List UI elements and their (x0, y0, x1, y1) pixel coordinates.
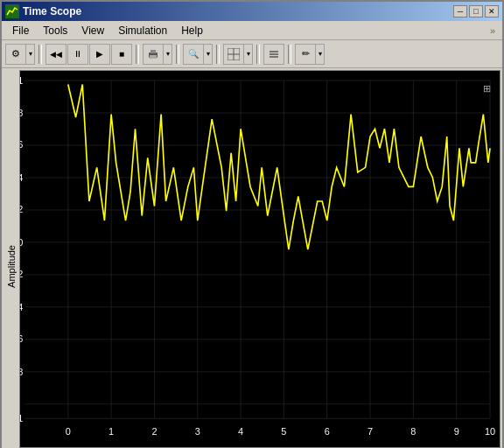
plot-area: Amplitude (2, 68, 502, 448)
menu-bar: File Tools View Simulation Help » (2, 21, 502, 40)
svg-text:9: 9 (454, 426, 459, 437)
svg-text:1: 1 (108, 426, 114, 437)
menu-simulation[interactable]: Simulation (111, 23, 174, 38)
svg-text:-0.2: -0.2 (20, 269, 23, 279)
y-label-container: Amplitude (4, 70, 19, 448)
axes-icon (228, 48, 240, 60)
svg-text:1: 1 (20, 75, 23, 86)
svg-text:0: 0 (20, 237, 23, 248)
rewind-button[interactable]: ◀◀ (46, 44, 66, 65)
svg-text:-0.8: -0.8 (20, 367, 23, 377)
print-button[interactable] (143, 44, 164, 65)
stop-button[interactable]: ■ (111, 44, 132, 65)
y-axis-label: Amplitude (6, 245, 17, 288)
menu-view[interactable]: View (74, 23, 111, 38)
menu-tools[interactable]: Tools (36, 23, 74, 38)
properties-button[interactable] (263, 44, 284, 65)
svg-text:4: 4 (238, 426, 243, 437)
axes-button[interactable] (223, 44, 244, 65)
settings-dropdown-arrow[interactable]: ▾ (26, 44, 35, 65)
axes-dropdown[interactable]: ▾ (223, 44, 253, 65)
play-button[interactable]: ▶ (89, 44, 110, 65)
toolbar-sep-2 (136, 45, 139, 64)
zoom-dropdown[interactable]: 🔍 ▾ (183, 44, 213, 65)
svg-text:0: 0 (66, 426, 71, 437)
chart-container: 1 0.8 0.6 0.4 0.2 0 -0.2 -0.4 -0.6 -0.8 … (19, 70, 500, 448)
properties-icon (268, 48, 280, 60)
zoom-dropdown-arrow[interactable]: ▾ (204, 44, 213, 65)
title-buttons: ─ □ ✕ (453, 5, 499, 18)
menu-arrow: » (210, 25, 499, 36)
svg-text:-1: -1 (20, 413, 23, 424)
toolbar-sep-1 (38, 45, 42, 64)
settings-dropdown[interactable]: ⚙ ▾ (5, 44, 35, 65)
svg-rect-10 (20, 71, 500, 447)
svg-text:2: 2 (151, 426, 157, 437)
maximize-button[interactable]: □ (469, 5, 483, 18)
menu-file[interactable]: File (5, 23, 36, 38)
svg-text:10: 10 (485, 426, 495, 437)
playback-group: ◀◀ ⏸ ▶ ■ (46, 44, 132, 65)
settings-button[interactable]: ⚙ (5, 44, 26, 65)
svg-text:5: 5 (281, 426, 286, 437)
chart-svg: 1 0.8 0.6 0.4 0.2 0 -0.2 -0.4 -0.6 -0.8 … (20, 71, 500, 447)
minimize-button[interactable]: ─ (453, 5, 467, 18)
toolbar-sep-6 (288, 45, 291, 64)
svg-text:0.2: 0.2 (20, 204, 23, 214)
svg-rect-2 (150, 50, 156, 53)
svg-text:⊞: ⊞ (483, 83, 491, 94)
menu-help[interactable]: Help (174, 23, 210, 38)
title-bar-left: Time Scope (5, 4, 81, 18)
close-button[interactable]: ✕ (485, 5, 499, 18)
svg-text:0.8: 0.8 (20, 108, 23, 118)
window-title: Time Scope (23, 5, 81, 18)
svg-text:8: 8 (410, 426, 416, 437)
axes-dropdown-arrow[interactable]: ▾ (244, 44, 253, 65)
title-bar: Time Scope ─ □ ✕ (2, 2, 502, 21)
svg-text:7: 7 (368, 426, 373, 437)
svg-text:-0.4: -0.4 (20, 302, 23, 312)
zoom-button[interactable]: 🔍 (183, 44, 204, 65)
app-icon (5, 4, 19, 18)
toolbar: ⚙ ▾ ◀◀ ⏸ ▶ ■ ▾ 🔍 ▾ (2, 40, 502, 68)
main-window: Time Scope ─ □ ✕ File Tools View Simulat… (0, 0, 504, 448)
edit-button[interactable]: ✏ (295, 44, 316, 65)
toolbar-sep-4 (216, 45, 220, 64)
edit-dropdown[interactable]: ✏ ▾ (295, 44, 325, 65)
svg-text:-0.6: -0.6 (20, 333, 23, 344)
svg-text:6: 6 (325, 426, 330, 437)
svg-text:3: 3 (195, 426, 200, 437)
svg-rect-3 (150, 55, 157, 59)
chart-inner[interactable]: 1 0.8 0.6 0.4 0.2 0 -0.2 -0.4 -0.6 -0.8 … (19, 70, 500, 448)
pause-button[interactable]: ⏸ (67, 44, 88, 65)
print-dropdown-arrow[interactable]: ▾ (164, 44, 172, 65)
print-dropdown[interactable]: ▾ (143, 44, 172, 65)
svg-text:0.4: 0.4 (20, 172, 23, 183)
toolbar-sep-3 (176, 45, 179, 64)
svg-text:0.6: 0.6 (20, 139, 23, 150)
edit-dropdown-arrow[interactable]: ▾ (316, 44, 325, 65)
print-icon (147, 48, 159, 60)
toolbar-sep-5 (256, 45, 260, 64)
